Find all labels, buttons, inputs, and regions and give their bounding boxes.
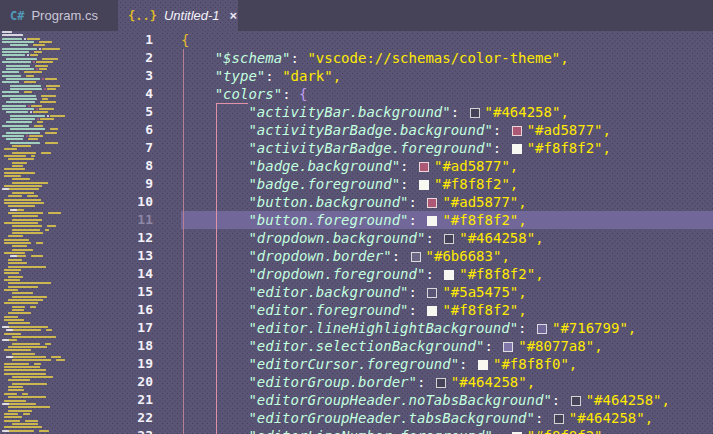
code-line[interactable]: 11"button.foreground": "#f8f8f2", [0,211,713,229]
code-line-content: "editor.lineHighlightBackground": "#7167… [181,319,713,337]
line-number[interactable]: 19 [0,355,153,373]
code-line-content: "badge.background": "#ad5877", [181,157,713,175]
code-line[interactable]: 3"type": "dark", [0,67,713,85]
code-line-content: "editorGroupHeader.tabsBackground": "#46… [181,409,713,427]
code-lines[interactable]: 1{2"$schema": "vscode://schemas/color-th… [0,31,713,434]
code-line[interactable]: 21"editorGroupHeader.noTabsBackground": … [0,391,713,409]
code-line[interactable]: 23"editorLineNumber.foreground": "#f8f8f… [0,427,713,434]
editor-pane[interactable]: 1{2"$schema": "vscode://schemas/color-th… [0,31,713,434]
color-swatch[interactable] [427,216,437,226]
color-swatch[interactable] [419,162,429,172]
code-line[interactable]: 9"badge.foreground": "#f8f8f2", [0,175,713,193]
color-swatch[interactable] [444,234,454,244]
line-number[interactable]: 16 [0,301,153,319]
line-number[interactable]: 13 [0,247,153,265]
code-line[interactable]: 7"activityBarBadge.foreground": "#f8f8f2… [0,139,713,157]
code-line[interactable]: 22"editorGroupHeader.tabsBackground": "#… [0,409,713,427]
line-number[interactable]: 17 [0,319,153,337]
csharp-file-icon: C# [10,9,24,23]
code-line[interactable]: 10"button.background": "#ad5877", [0,193,713,211]
editor-tab-bar: C# Program.cs {..} Untitled-1 × [0,0,713,31]
code-line-content: "dropdown.foreground": "#f8f8f2", [181,265,713,283]
color-swatch[interactable] [444,270,454,280]
code-line[interactable]: 12"dropdown.background": "#464258", [0,229,713,247]
tab-program-cs[interactable]: C# Program.cs [0,0,118,31]
code-line-content: "button.foreground": "#f8f8f2", [181,211,713,229]
color-swatch[interactable] [512,144,522,154]
code-line-content: "dropdown.background": "#464258", [181,229,713,247]
color-swatch[interactable] [571,396,581,406]
line-number[interactable]: 9 [0,175,153,193]
code-line-content: "activityBarBadge.background": "#ad5877"… [181,121,713,139]
code-line[interactable]: 16"editor.foreground": "#f8f8f2", [0,301,713,319]
color-swatch[interactable] [427,288,437,298]
line-number[interactable]: 8 [0,157,153,175]
code-line[interactable]: 4"colors": { [0,85,713,103]
code-line[interactable]: 13"dropdown.border": "#6b6683", [0,247,713,265]
code-line-content: "activityBar.background": "#464258", [181,103,713,121]
code-line-content: "dropdown.border": "#6b6683", [181,247,713,265]
color-swatch[interactable] [427,306,437,316]
code-line-content: "badge.foreground": "#f8f8f2", [181,175,713,193]
code-line-content: { [181,31,713,49]
color-swatch[interactable] [503,342,513,352]
line-number[interactable]: 3 [0,67,153,85]
code-line[interactable]: 19"editorCursor.foreground": "#f8f8f0", [0,355,713,373]
code-line-content: "editorGroupHeader.noTabsBackground": "#… [181,391,713,409]
line-number[interactable]: 20 [0,373,153,391]
line-number[interactable]: 22 [0,409,153,427]
line-number[interactable]: 1 [0,31,153,49]
code-line[interactable]: 1{ [0,31,713,49]
code-line-content: "button.background": "#ad5877", [181,193,713,211]
color-swatch[interactable] [427,198,437,208]
line-number[interactable]: 2 [0,49,153,67]
color-swatch[interactable] [512,126,522,136]
close-icon[interactable]: × [230,9,238,22]
code-line-content: "editor.selectionBackground": "#8077a8", [181,337,713,355]
code-line-content: "editorLineNumber.foreground": "#f8f8f2"… [181,427,713,434]
code-line[interactable]: 2"$schema": "vscode://schemas/color-them… [0,49,713,67]
json-file-icon: {..} [128,9,157,23]
code-line-content: "activityBarBadge.foreground": "#f8f8f2"… [181,139,713,157]
tab-untitled-1[interactable]: {..} Untitled-1 × [118,0,238,31]
code-line-content: "editorGroup.border": "#464258", [181,373,713,391]
code-line[interactable]: 20"editorGroup.border": "#464258", [0,373,713,391]
code-line-content: "colors": { [181,85,713,103]
color-swatch[interactable] [470,108,480,118]
code-line[interactable]: 5"activityBar.background": "#464258", [0,103,713,121]
color-swatch[interactable] [478,360,488,370]
code-line-content: "editor.foreground": "#f8f8f2", [181,301,713,319]
color-swatch[interactable] [411,252,421,262]
color-swatch[interactable] [537,324,547,334]
code-line-content: "editorCursor.foreground": "#f8f8f0", [181,355,713,373]
tab-label: Untitled-1 [164,8,220,23]
code-line[interactable]: 14"dropdown.foreground": "#f8f8f2", [0,265,713,283]
line-number[interactable]: 18 [0,337,153,355]
line-number[interactable]: 10 [0,193,153,211]
line-number[interactable]: 6 [0,121,153,139]
code-line-content: "editor.background": "#5a5475", [181,283,713,301]
line-number[interactable]: 15 [0,283,153,301]
line-number[interactable]: 4 [0,85,153,103]
code-line-content: "$schema": "vscode://schemas/color-theme… [181,49,713,67]
color-swatch[interactable] [554,414,564,424]
code-line[interactable]: 6"activityBarBadge.background": "#ad5877… [0,121,713,139]
line-number[interactable]: 12 [0,229,153,247]
code-line[interactable]: 17"editor.lineHighlightBackground": "#71… [0,319,713,337]
line-number[interactable]: 7 [0,139,153,157]
color-swatch[interactable] [436,378,446,388]
code-line-content: "type": "dark", [181,67,713,85]
line-number[interactable]: 5 [0,103,153,121]
vscode-window: C# Program.cs {..} Untitled-1 × 1{2"$sch… [0,0,713,434]
tab-label: Program.cs [31,8,97,23]
line-number[interactable]: 14 [0,265,153,283]
line-number[interactable]: 11 [0,211,153,229]
color-swatch[interactable] [419,180,429,190]
code-line[interactable]: 8"badge.background": "#ad5877", [0,157,713,175]
code-line[interactable]: 15"editor.background": "#5a5475", [0,283,713,301]
code-line[interactable]: 18"editor.selectionBackground": "#8077a8… [0,337,713,355]
line-number[interactable]: 21 [0,391,153,409]
line-number[interactable]: 23 [0,427,153,434]
